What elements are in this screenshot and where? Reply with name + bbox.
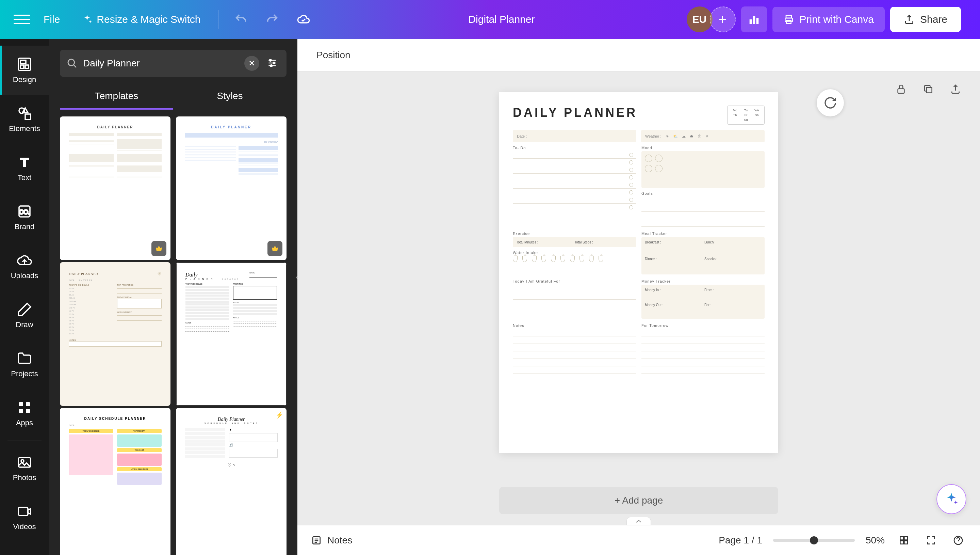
date-field[interactable]: Date : <box>513 130 636 142</box>
brand-icon: CO. <box>16 203 33 220</box>
sidebar-item-design[interactable]: Design <box>0 46 49 95</box>
grid-view-button[interactable] <box>895 532 912 549</box>
file-menu-button[interactable]: File <box>35 10 68 29</box>
zoom-thumb[interactable] <box>810 536 818 544</box>
main-menu-button[interactable] <box>14 11 30 27</box>
mood-block[interactable] <box>641 151 764 188</box>
notes-list[interactable] <box>513 329 636 374</box>
analytics-button[interactable] <box>741 6 767 32</box>
zoom-slider[interactable] <box>773 539 855 542</box>
todo-list[interactable] <box>513 151 636 211</box>
weather-field[interactable]: Weather : ☀ ⛅ ☁ 🌧 ⛈ ❄ <box>641 130 764 142</box>
sidebar-label: Uploads <box>11 271 38 280</box>
position-button[interactable]: Position <box>311 46 356 65</box>
svg-point-22 <box>270 59 271 61</box>
expand-icon <box>926 535 937 546</box>
filter-button[interactable] <box>265 56 280 71</box>
template-card[interactable]: DAILY PLANNER Be yourself <box>176 116 286 260</box>
undo-button[interactable] <box>228 6 254 32</box>
ai-assistant-button[interactable] <box>937 484 966 514</box>
label: Weather : <box>645 134 662 138</box>
notes-button[interactable]: Notes <box>311 535 352 546</box>
sidebar-item-apps[interactable]: Apps <box>0 389 49 438</box>
day-cell: We <box>755 109 759 112</box>
water-drop-icon <box>560 256 565 262</box>
rain-icon: 🌧 <box>690 134 694 138</box>
sidebar-item-draw[interactable]: Draw <box>0 291 49 340</box>
sidebar: Design Elements Text CO. Brand Uploads D… <box>0 39 49 555</box>
help-button[interactable] <box>950 532 966 549</box>
template-card[interactable]: DAILY PLANNER ☀ DATE : S M T W T F S TOD… <box>60 262 171 406</box>
sidebar-label: Draw <box>16 321 33 329</box>
for-label: For : <box>704 303 761 315</box>
cloud-sync-button[interactable] <box>291 6 317 32</box>
export-page-button[interactable] <box>945 78 966 100</box>
sidebar-label: Projects <box>11 369 38 378</box>
snacks-label: Snacks : <box>704 257 761 271</box>
zoom-level[interactable]: 50% <box>866 535 885 546</box>
redo-button[interactable] <box>259 6 285 32</box>
canvas-toolbar: Position <box>297 39 980 72</box>
page-controls <box>890 78 966 100</box>
regenerate-button[interactable] <box>817 89 844 116</box>
app-bar: File Resize & Magic Switch Digital Plann… <box>0 0 980 39</box>
doc-title[interactable]: DAILY PLANNER <box>513 106 637 120</box>
printer-icon <box>783 14 794 25</box>
add-collaborator-button[interactable]: + <box>710 6 736 32</box>
collapse-footer-tab[interactable] <box>627 517 651 525</box>
section-money-label: Money Tracker <box>641 279 764 283</box>
smiley-icon <box>645 165 652 172</box>
tab-styles[interactable]: Styles <box>173 84 286 110</box>
document-page[interactable]: DAILY PLANNER Mo Tu We Th Fr Sa Su Date … <box>499 92 778 453</box>
day-cell: Mo <box>733 109 737 112</box>
sidebar-item-uploads[interactable]: Uploads <box>0 242 49 291</box>
meal-block[interactable]: Breakfast : Lunch : Dinner : Snacks : <box>641 237 764 274</box>
doc-days-grid[interactable]: Mo Tu We Th Fr Sa Su <box>727 106 764 125</box>
tab-templates[interactable]: Templates <box>60 84 173 110</box>
water-drop-icon <box>541 256 546 262</box>
template-card[interactable]: Daily DATE P L A N N E R ○○○○○○○ TODAY'S… <box>176 262 286 406</box>
sidebar-item-brand[interactable]: CO. Brand <box>0 193 49 242</box>
sun-icon: ☀ <box>665 134 669 139</box>
resize-magic-switch-button[interactable]: Resize & Magic Switch <box>74 10 209 29</box>
share-button[interactable]: Share <box>890 7 961 32</box>
tomorrow-list[interactable] <box>641 329 764 374</box>
template-grid[interactable]: DAILY PLANNER <box>49 110 297 555</box>
search-input[interactable] <box>83 58 239 69</box>
svg-rect-0 <box>749 19 752 24</box>
panel-tabs: Templates Styles <box>49 84 297 110</box>
help-icon <box>953 535 964 546</box>
lock-button[interactable] <box>890 78 912 100</box>
duplicate-page-button[interactable] <box>918 78 939 100</box>
goals-list[interactable] <box>641 197 764 227</box>
money-block[interactable]: Money In : From : Money Out : For : <box>641 285 764 319</box>
grateful-list[interactable] <box>513 285 636 307</box>
svg-rect-26 <box>927 88 932 93</box>
cloud-check-icon <box>297 13 310 26</box>
sidebar-item-photos[interactable]: Photos <box>0 444 49 493</box>
sliders-icon <box>267 58 278 69</box>
sidebar-item-videos[interactable]: Videos <box>0 493 49 542</box>
exercise-block[interactable]: Total Minutes : Total Steps : <box>513 237 636 247</box>
fullscreen-button[interactable] <box>923 532 939 549</box>
sidebar-item-elements[interactable]: Elements <box>0 95 49 144</box>
upload-icon <box>950 84 961 95</box>
template-card[interactable]: DAILY SCHEDULE PLANNER DATE: TODAY'S SCH… <box>60 408 171 555</box>
project-name[interactable]: Digital Planner <box>322 14 681 25</box>
clear-search-button[interactable]: ✕ <box>244 56 259 71</box>
water-drop-icon <box>532 256 537 262</box>
section-notes-label: Notes <box>513 324 636 327</box>
water-tracker[interactable] <box>513 256 636 262</box>
canvas-viewport[interactable]: DAILY PLANNER Mo Tu We Th Fr Sa Su Date … <box>297 72 980 555</box>
add-page-button[interactable]: + Add page <box>499 487 778 514</box>
sidebar-item-projects[interactable]: Projects <box>0 340 49 389</box>
template-card[interactable]: DAILY PLANNER <box>60 116 171 260</box>
template-card[interactable]: Daily Planner ⚡ S C H E D U L E A N D N … <box>176 408 286 555</box>
smiley-icon <box>655 165 662 172</box>
user-avatar[interactable]: EU <box>687 6 713 32</box>
page-indicator[interactable]: Page 1 / 1 <box>719 535 762 546</box>
print-with-canva-button[interactable]: Print with Canva <box>772 7 885 32</box>
sidebar-item-text[interactable]: Text <box>0 144 49 193</box>
total-minutes-label: Total Minutes : <box>516 241 574 244</box>
day-cell: Th <box>733 113 737 117</box>
